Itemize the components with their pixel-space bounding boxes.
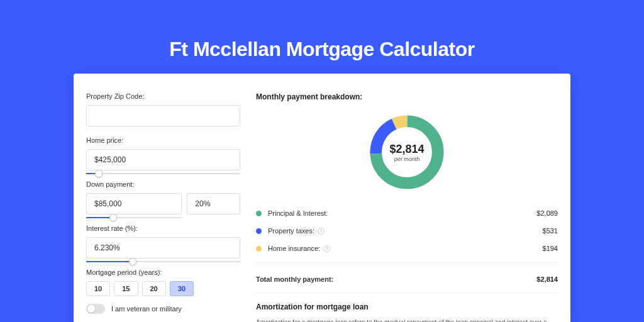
home-price-label: Home price: <box>86 136 240 144</box>
down-payment-input[interactable] <box>86 193 182 214</box>
breakdown-title: Monthly payment breakdown: <box>256 92 558 101</box>
down-payment-slider-thumb[interactable] <box>109 214 117 221</box>
interest-slider-thumb[interactable] <box>129 258 136 265</box>
divider <box>256 262 558 263</box>
info-icon[interactable]: ? <box>323 245 330 252</box>
donut-chart: $2,814 per month <box>366 111 448 193</box>
down-payment-label: Down payment: <box>86 180 240 188</box>
veteran-toggle[interactable] <box>86 304 105 314</box>
home-price-slider-track[interactable] <box>86 173 240 174</box>
toggle-knob <box>87 305 95 313</box>
legend-label: Principal & Interest: <box>268 209 328 217</box>
form-column: Property Zip Code: Home price: Down paym… <box>86 92 256 306</box>
veteran-toggle-row: I am veteran or military <box>86 304 240 314</box>
interest-label: Interest rate (%): <box>86 225 240 232</box>
amortization-title: Amortization for mortgage loan <box>256 303 558 311</box>
donut-amount: $2,814 <box>389 143 424 156</box>
legend-label: Property taxes:? <box>268 227 325 235</box>
breakdown-column: Monthly payment breakdown: $2,814 per mo… <box>256 92 558 306</box>
legend-value: $194 <box>543 245 558 252</box>
legend-list: Principal & Interest:$2,089Property taxe… <box>256 204 558 257</box>
amortization-text: Amortization for a mortgage loan refers … <box>256 318 558 322</box>
home-price-field-group: Home price: <box>86 136 240 170</box>
down-payment-pct-input[interactable] <box>187 193 240 214</box>
calculator-card: Property Zip Code: Home price: Down paym… <box>74 74 570 322</box>
legend-label: Home insurance:? <box>268 245 330 252</box>
zip-field-group: Property Zip Code: <box>86 92 240 126</box>
veteran-label: I am veteran or military <box>111 305 182 313</box>
period-field-group: Mortgage period (years): 10152030 <box>86 269 240 296</box>
donut-center: $2,814 per month <box>389 143 424 162</box>
home-price-input[interactable] <box>86 149 240 170</box>
donut-wrap: $2,814 per month <box>256 111 558 193</box>
period-label: Mortgage period (years): <box>86 269 240 276</box>
period-btn-30[interactable]: 30 <box>170 281 194 296</box>
interest-input[interactable] <box>86 237 240 258</box>
down-payment-field-group: Down payment: <box>86 180 240 214</box>
period-btn-15[interactable]: 15 <box>114 281 138 296</box>
divider <box>256 293 558 294</box>
interest-field-group: Interest rate (%): <box>86 225 240 258</box>
legend-row: Principal & Interest:$2,089 <box>256 204 558 222</box>
zip-label: Property Zip Code: <box>86 92 240 100</box>
info-icon[interactable]: ? <box>318 228 325 235</box>
legend-dot <box>256 228 262 234</box>
period-buttons: 10152030 <box>86 281 240 296</box>
page-title: Ft Mcclellan Mortgage Calculator <box>169 38 474 61</box>
legend-total-value: $2,814 <box>536 275 558 283</box>
zip-input[interactable] <box>86 105 240 126</box>
legend-value: $2,089 <box>536 209 558 217</box>
legend-row: Home insurance:?$194 <box>256 240 558 257</box>
home-price-slider-thumb[interactable] <box>95 170 103 177</box>
legend-total-label: Total monthly payment: <box>256 275 333 283</box>
legend-dot <box>256 246 262 252</box>
donut-sub: per month <box>389 156 424 162</box>
legend-value: $531 <box>543 227 558 235</box>
period-btn-20[interactable]: 20 <box>142 281 166 296</box>
legend-total-row: Total monthly payment: $2,814 <box>256 270 558 288</box>
legend-row: Property taxes:?$531 <box>256 222 558 240</box>
legend-dot <box>256 211 262 216</box>
interest-slider-fill <box>86 261 133 262</box>
period-btn-10[interactable]: 10 <box>86 281 110 296</box>
